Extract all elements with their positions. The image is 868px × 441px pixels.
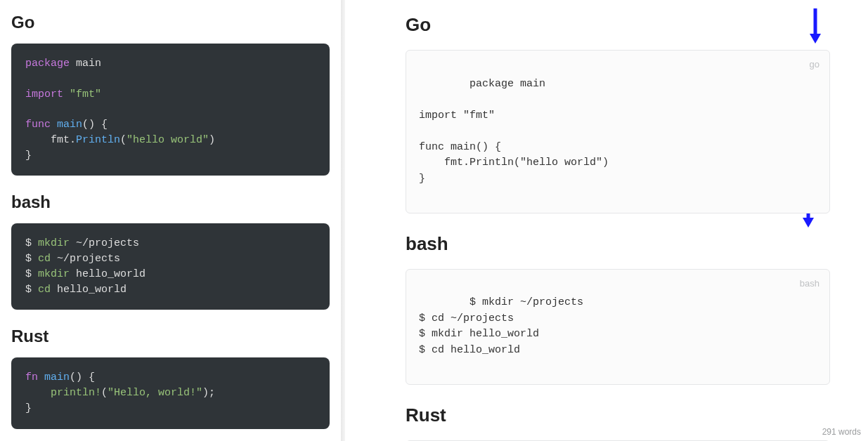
code-block-go[interactable]: package main import "fmt" func main() { … — [11, 44, 330, 176]
preview-section-go: Go gopackage main import "fmt" func main… — [406, 14, 830, 213]
preview-heading-rust: Rust — [406, 404, 830, 426]
right-pane: Go gopackage main import "fmt" func main… — [345, 0, 868, 441]
heading-bash: bash — [11, 192, 330, 212]
code-text: package main import "fmt" func main() { … — [419, 78, 609, 185]
section-go: Go package main import "fmt" func main()… — [11, 13, 330, 176]
preview-code-go[interactable]: gopackage main import "fmt" func main() … — [406, 50, 830, 213]
word-count-status: 291 words — [822, 427, 861, 437]
preview-code-bash[interactable]: bash$ mkdir ~/projects $ cd ~/projects $… — [406, 269, 830, 385]
arrow-down-icon — [808, 7, 823, 45]
lang-tag-bash: bash — [800, 277, 820, 291]
heading-rust: Rust — [11, 327, 330, 346]
section-bash: bash $ mkdir ~/projects $ cd ~/projects … — [11, 192, 330, 310]
preview-section-rust: Rust rustfn main() { println!("Hello, wo… — [406, 404, 830, 442]
code-block-bash[interactable]: $ mkdir ~/projects $ cd ~/projects $ mkd… — [11, 223, 330, 310]
heading-go: Go — [11, 13, 330, 32]
preview-heading-go: Go — [406, 14, 830, 36]
code-block-rust[interactable]: fn main() { println!("Hello, world!"); } — [11, 357, 330, 428]
lang-tag-go: go — [810, 58, 820, 72]
preview-section-bash: bash bash$ mkdir ~/projects $ cd ~/proje… — [406, 233, 830, 385]
editor-container: Go package main import "fmt" func main()… — [0, 0, 868, 441]
svg-marker-3 — [803, 218, 814, 228]
left-pane: Go package main import "fmt" func main()… — [0, 0, 341, 441]
section-rust: Rust fn main() { println!("Hello, world!… — [11, 327, 330, 428]
code-text: $ mkdir ~/projects $ cd ~/projects $ mkd… — [419, 296, 583, 356]
svg-marker-1 — [810, 34, 821, 44]
preview-heading-bash: bash — [406, 233, 830, 255]
